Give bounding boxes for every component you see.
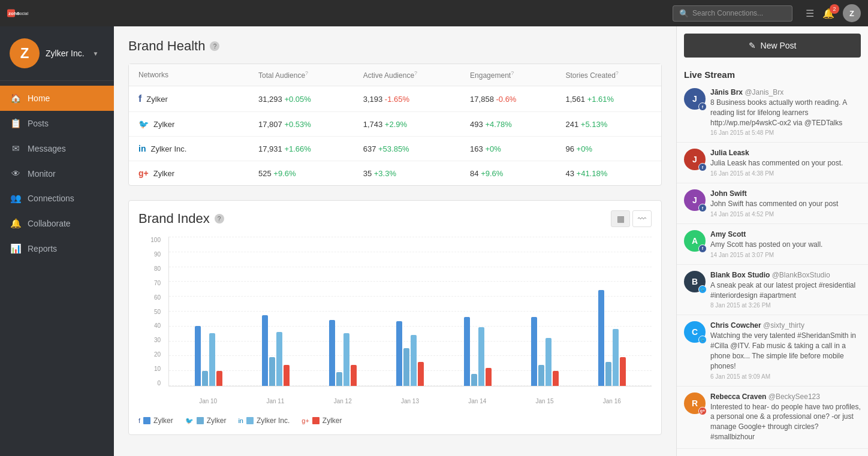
stream-network-badge-4: 🐦 — [698, 285, 707, 294]
bar-tw — [605, 362, 611, 386]
user-name: Zylker Inc. — [46, 49, 85, 58]
stream-network-badge-6: g+ — [698, 407, 707, 415]
topbar-icons: ☰ 🔔 2 Z — [806, 4, 861, 22]
stream-handle-6: @BeckySee123 — [768, 392, 820, 401]
menu-icon[interactable]: ☰ — [806, 8, 814, 19]
stream-content-0: Jānis Brx @Janis_Brx 8 Business books ac… — [710, 88, 861, 136]
legend-item: 🐦 Zylker — [185, 416, 227, 425]
active-audience-cell-0: 3,193 -1.65% — [354, 86, 460, 112]
col-total-audience: Total Audience? — [249, 64, 354, 86]
stream-text-1: Julia Leask has commented on your post. — [710, 158, 861, 168]
x-labels: Jan 10Jan 11Jan 12Jan 13Jan 14Jan 15Jan … — [168, 398, 652, 404]
legend-color-0 — [143, 417, 150, 424]
search-box[interactable]: 🔍 — [673, 5, 792, 22]
stream-handle-5: @sixty_thirty — [763, 321, 804, 330]
bar-group — [309, 320, 376, 386]
topbar: zoho Social 🔍 ☰ 🔔 2 Z — [0, 0, 868, 26]
bar-tw — [538, 365, 544, 386]
y-label: 80 — [138, 265, 165, 272]
sidebar-item-connections[interactable]: 👥 Connections — [0, 186, 114, 211]
chart-groups — [169, 237, 652, 386]
line-chart-button[interactable]: 〰 — [632, 210, 652, 227]
sidebar-item-monitor[interactable]: 👁 Monitor — [0, 161, 114, 186]
sidebar-item-messages-label: Messages — [28, 144, 66, 153]
table-row: g+ Zylker 525 +9.6% 35 +3.3% 84 +9.6% 43… — [129, 161, 661, 186]
search-input[interactable] — [692, 9, 786, 17]
user-avatar-top[interactable]: Z — [843, 4, 861, 22]
y-label: 0 — [138, 380, 165, 386]
stream-content-2: John Swift John Swift has commented on y… — [710, 189, 861, 218]
bar-gp — [351, 365, 357, 386]
chevron-down-icon: ▼ — [93, 50, 99, 57]
x-label: Jan 12 — [309, 398, 376, 404]
sidebar-item-reports[interactable]: 📊 Reports — [0, 236, 114, 261]
stream-author-6: Rebecca Craven @BeckySee123 — [710, 392, 861, 401]
legend-item: in Zylker Inc. — [238, 416, 290, 425]
chart-inner — [168, 237, 652, 386]
engagement-cell-0: 17,858 -0.6% — [460, 86, 556, 112]
x-label: Jan 15 — [511, 398, 578, 404]
stream-time-5: 6 Jan 2015 at 9:09 AM — [710, 373, 861, 380]
bar-group — [578, 290, 646, 386]
sidebar-item-posts[interactable]: 📋 Posts — [0, 111, 114, 136]
y-axis: 0102030405060708090100 — [138, 237, 165, 386]
y-label: 20 — [138, 351, 165, 358]
stream-content-6: Rebecca Craven @BeckySee123 Interested t… — [710, 392, 861, 442]
col-stories: Stories Created? — [556, 64, 661, 86]
stream-avatar-4: B 🐦 — [684, 271, 706, 292]
x-label: Jan 16 — [578, 398, 646, 404]
reports-icon: 📊 — [10, 243, 22, 254]
stream-list: J f Jānis Brx @Janis_Brx 8 Business book… — [677, 82, 868, 449]
legend-item: f Zylker — [138, 416, 173, 425]
brand-health-help-icon[interactable]: ? — [210, 41, 219, 51]
bar-group — [376, 321, 444, 386]
notification-bell[interactable]: 🔔 2 — [822, 8, 834, 19]
stream-time-3: 14 Jan 2015 at 3:07 PM — [710, 252, 861, 258]
bar-li — [613, 329, 619, 386]
new-post-button[interactable]: ✎ New Post — [684, 34, 861, 58]
stream-item[interactable]: C 🐦 Chris Cowcher @sixty_thirty Watching… — [677, 315, 868, 386]
stream-content-3: Amy Scott Amy Scott has posted on your w… — [710, 230, 861, 258]
stream-author-4: Blank Box Studio @BlankBoxStudio — [710, 271, 861, 279]
x-label: Jan 10 — [174, 398, 242, 404]
bar-group — [511, 317, 578, 386]
search-area: 🔍 ☰ 🔔 2 Z — [673, 4, 861, 22]
stream-network-badge-5: 🐦 — [698, 336, 707, 344]
total-audience-cell-0: 31,293 +0.05% — [249, 86, 354, 112]
total-audience-cell-1: 17,807 +0.53% — [249, 112, 354, 137]
legend-color-3 — [312, 417, 320, 424]
stream-item[interactable]: B 🐦 Blank Box Studio @BlankBoxStudio A s… — [677, 265, 868, 316]
sidebar-item-home-label: Home — [28, 93, 50, 103]
connections-icon: 👥 — [10, 193, 22, 204]
bar-tw — [202, 371, 208, 386]
content-area: Brand Health ? Networks Total Audience? … — [114, 26, 676, 456]
legend-label-2: Zylker Inc. — [257, 416, 290, 425]
stories-cell-3: 43 +41.18% — [556, 161, 661, 186]
stream-author-3: Amy Scott — [710, 230, 861, 238]
stream-item[interactable]: J f Jānis Brx @Janis_Brx 8 Business book… — [677, 82, 868, 143]
stream-item[interactable]: A f Amy Scott Amy Scott has posted on yo… — [677, 224, 868, 265]
bar-chart-button[interactable]: ▦ — [611, 210, 630, 227]
stories-cell-0: 1,561 +1.61% — [556, 86, 661, 112]
sidebar-item-collaborate[interactable]: 🔔 Collaborate — [0, 211, 114, 236]
stream-item[interactable]: R g+ Rebecca Craven @BeckySee123 Interes… — [677, 386, 868, 449]
table-row: 🐦 Zylker 17,807 +0.53% 1,743 +2.9% 493 +… — [129, 112, 661, 137]
bar-tw — [471, 374, 477, 386]
collaborate-icon: 🔔 — [10, 218, 22, 229]
sidebar-item-messages[interactable]: ✉ Messages — [0, 136, 114, 161]
stream-item[interactable]: J f John Swift John Swift has commented … — [677, 183, 868, 224]
bar-fb — [598, 290, 604, 386]
col-networks: Networks — [129, 64, 249, 86]
stream-item[interactable]: J f Julia Leask Julia Leask has commente… — [677, 143, 868, 183]
bar-group — [444, 317, 511, 386]
sidebar-navigation: 🏠 Home 📋 Posts ✉ Messages 👁 Monitor 👥 Co… — [0, 81, 114, 456]
bar-li — [343, 333, 349, 386]
y-label: 50 — [138, 309, 165, 315]
stream-text-4: A sneak peak at our latest project #resi… — [710, 280, 861, 301]
sidebar-item-home[interactable]: 🏠 Home — [0, 86, 114, 111]
sidebar-user[interactable]: Z Zylker Inc. ▼ — [0, 26, 114, 81]
app-logo: zoho Social — [7, 5, 43, 21]
brand-index-help-icon[interactable]: ? — [215, 214, 224, 224]
stream-avatar-1: J f — [684, 149, 706, 170]
stream-author-0: Jānis Brx @Janis_Brx — [710, 88, 861, 96]
